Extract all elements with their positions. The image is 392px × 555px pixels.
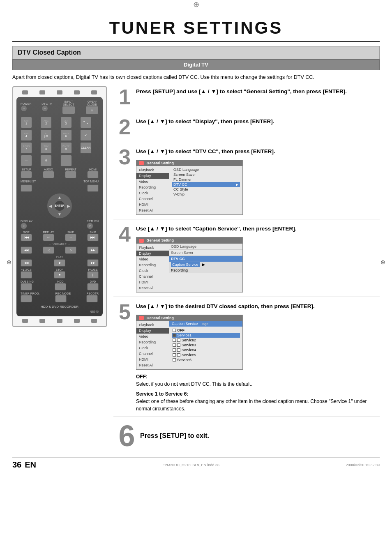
s4-video: Video — [136, 256, 169, 262]
ff-btn[interactable]: ▶▶ — [87, 246, 99, 254]
input-select-btn[interactable] — [62, 106, 75, 114]
s5-lang-hint: lage — [202, 322, 208, 326]
sub-section-title: Digital TV — [184, 62, 208, 68]
remote-container: POWER ○ DTV/TV ○ INPUTSELECT OPEN/CLOSE … — [12, 86, 107, 327]
enter-btn[interactable]: ENTER — [55, 201, 65, 211]
nav-down-icon[interactable]: ▼ — [58, 212, 62, 216]
s4-caption-service: Caption Service ▶ — [169, 262, 242, 267]
sub-screen: Screen Saver — [172, 172, 240, 177]
btn-mno-6[interactable]: MNO 6 — [60, 129, 72, 141]
prev-btn[interactable]: ◀◀ — [21, 259, 32, 267]
btn-ghi-4b[interactable]: GHI 4 — [21, 129, 32, 141]
remote-top-row: POWER ○ DTV/TV ○ INPUTSELECT OPEN/CLOSE … — [21, 100, 99, 114]
s5-playback: Playback — [136, 322, 169, 328]
menu-step4-right: OSD Language Screen Saver DTV CC Caption… — [169, 244, 242, 292]
dtv-btn[interactable]: ○ — [42, 105, 48, 112]
arrow-icon: ▶ — [236, 183, 238, 187]
power-btn[interactable]: ○ — [21, 105, 27, 112]
bottom-dot-4 — [74, 319, 80, 323]
audio-label: AUDIO — [43, 168, 54, 171]
display-return-row: DISPLAY ○ RETURN ↩ — [21, 220, 99, 229]
pause-btn[interactable]: ‖ — [87, 271, 99, 279]
s4-reset: Reset All — [136, 285, 169, 291]
hdmi-btn[interactable] — [87, 171, 99, 178]
setup-btn[interactable] — [21, 171, 32, 178]
replay-btn[interactable]: ↩ — [43, 234, 54, 241]
page-number-area: 36 EN — [12, 460, 36, 470]
btn-abc-2[interactable]: ABC 2 — [40, 117, 52, 128]
caption-service2[interactable]: Service2 — [172, 338, 240, 343]
skip-end-btn[interactable]: ▶▶| — [87, 234, 99, 241]
s4-playback: Playback — [136, 245, 169, 251]
service5-label: Service5 — [182, 353, 196, 357]
step-5-content: Use [▲ / ▼] to the desired DTV closed ca… — [136, 301, 380, 413]
btn-clear[interactable]: CLEAR — [80, 142, 92, 154]
service5-checkbox2 — [177, 353, 180, 357]
menu-step3-body: Playback Display Video Recording Clock C… — [136, 166, 242, 214]
btn-def-3[interactable]: DEF 3 — [60, 117, 72, 128]
menu-step4-title: General Setting — [136, 237, 242, 244]
menu-item-clock: Clock — [136, 190, 169, 196]
btn-pqrs-7[interactable]: PQRS 7 — [21, 142, 32, 154]
stop-btn[interactable]: ■ — [54, 271, 65, 279]
skip-back-btn[interactable]: |◀◀ — [21, 234, 32, 241]
btn-tuv-8[interactable]: TUV 8 — [40, 142, 52, 154]
s5-caption-service-header: Caption Service lage — [169, 321, 242, 327]
menu-item-playback: Playback — [136, 167, 169, 173]
remote-model: NB346 — [21, 310, 99, 313]
caption-service6[interactable]: Service6 — [172, 357, 240, 362]
caption-off-label: OFF — [177, 328, 184, 332]
play-back-btn[interactable]: ◁ — [43, 246, 54, 254]
remote-area: POWER ○ DTV/TV ○ INPUTSELECT OPEN/CLOSE … — [12, 86, 107, 451]
rew-btn[interactable]: ◀◀ — [21, 246, 32, 254]
return-label: RETURN — [87, 220, 99, 223]
caption-service5[interactable]: Service5 — [172, 352, 240, 357]
btn-wxyz-9[interactable]: WXYZ 9 — [60, 142, 72, 154]
skip-end-label: SKIP — [87, 231, 99, 234]
play-btn[interactable]: ▶ — [54, 259, 65, 267]
nav-up-icon[interactable]: ▲ — [58, 195, 62, 200]
step-2-content: Use [▲ / ▼] to select "Display", then pr… — [136, 116, 380, 128]
caption-service4[interactable]: Service4 — [172, 348, 240, 352]
menu-item-video: Video — [136, 179, 169, 184]
x130-btn[interactable] — [21, 271, 32, 279]
skip-fwd-btn[interactable]: → — [65, 234, 76, 241]
hdd-btn[interactable] — [55, 283, 66, 290]
audio-btn[interactable] — [43, 171, 54, 178]
caption-off: OFF — [172, 328, 240, 333]
caption-service3[interactable]: Service3 — [172, 343, 240, 348]
nav-left-icon[interactable]: ◀ — [49, 203, 52, 208]
dvd-btn[interactable] — [87, 283, 99, 290]
btn-0[interactable]: 0 — [40, 155, 52, 166]
btn-ghi-4[interactable]: GHI 1 — [21, 117, 32, 128]
btn-special[interactable]: ⌃⌄ — [80, 117, 92, 128]
return-btn[interactable]: ↩ — [87, 223, 93, 229]
service4-label: Service4 — [182, 348, 196, 352]
record-btn[interactable] — [86, 295, 98, 302]
btn-ch[interactable]: ✓ — [80, 129, 92, 141]
rec-mode-btn[interactable] — [55, 295, 67, 302]
btn-dash[interactable]: — — [21, 155, 32, 166]
nav-right-icon[interactable]: ▶ — [67, 203, 70, 208]
dot-4 — [74, 90, 80, 94]
btn-jkl-5[interactable]: JKL ▷5 — [40, 129, 52, 141]
stop-row: ×1.3/0.8 STOP ■ PAUSE ‖ — [21, 268, 99, 279]
s4-hdmi: HDMI — [136, 279, 169, 285]
service1-label: Service1 — [177, 333, 191, 337]
dubbing-btn[interactable] — [21, 283, 32, 290]
btn-empty[interactable] — [60, 155, 72, 166]
repeat-btn[interactable] — [65, 171, 76, 178]
play-fwd-btn[interactable]: ▷ — [65, 246, 76, 254]
open-close-btn[interactable]: △ — [85, 106, 99, 114]
play-next-btn[interactable]: ▶▶ — [87, 259, 99, 267]
service-desc: Select one of these before changing any … — [136, 398, 380, 412]
display-btn[interactable]: ○ — [21, 223, 27, 229]
timer-prog-btn[interactable] — [21, 295, 32, 302]
section-header: DTV Closed Caption — [12, 46, 380, 59]
service3-checkbox — [173, 343, 176, 347]
menu-list-btn[interactable] — [21, 184, 32, 192]
off-desc: Select if you do not want DTV CC. This i… — [136, 380, 380, 388]
caption-service1[interactable]: Service1 — [172, 333, 240, 338]
remote-bottom-dots — [16, 319, 103, 323]
top-menu-btn[interactable] — [87, 184, 99, 192]
